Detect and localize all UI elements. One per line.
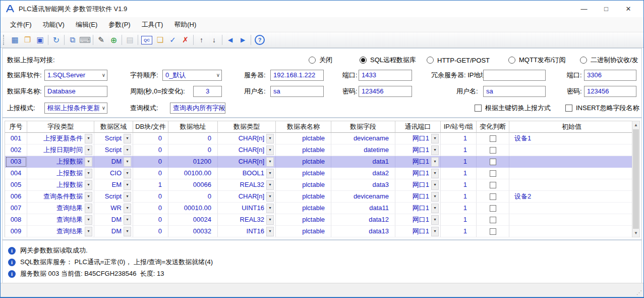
redundant-password-input[interactable]: 123456	[584, 86, 636, 97]
init-value-cell[interactable]	[509, 168, 634, 179]
radio-close[interactable]: 关闭	[309, 55, 332, 66]
radio-http-get-post[interactable]: HTTP-GET/POST	[427, 55, 490, 66]
dropdown-arrow-icon[interactable]	[266, 145, 274, 155]
init-value-cell[interactable]	[509, 156, 634, 168]
plc-offline-icon[interactable]: ▤	[124, 34, 136, 46]
seq-cell[interactable]: 001	[5, 133, 27, 144]
menu-tools[interactable]: 工具(T)	[136, 18, 169, 32]
dropdown-arrow-icon[interactable]	[85, 215, 92, 225]
data-field-cell[interactable]: data12	[331, 214, 395, 226]
data-address-cell[interactable]: 0	[168, 191, 218, 203]
change-checkbox[interactable]	[490, 205, 496, 212]
data-field-cell[interactable]: data13	[331, 226, 395, 237]
init-value-cell[interactable]	[509, 226, 634, 237]
scrollbar-thumb[interactable]	[633, 129, 639, 229]
maximize-button[interactable]: □	[595, 2, 617, 16]
data-address-cell[interactable]: 00066	[168, 179, 218, 191]
change-checkbox[interactable]	[490, 182, 496, 188]
data-type-cell[interactable]: REAL32	[218, 214, 276, 226]
data-type-cell[interactable]: INT16	[218, 226, 276, 237]
dropdown-arrow-icon[interactable]	[431, 215, 439, 225]
field-type-cell[interactable]: 查询结果	[27, 226, 94, 237]
data-type-cell[interactable]: CHAR[n]	[218, 156, 276, 168]
dropdown-arrow-icon[interactable]	[85, 227, 92, 236]
db-name-input[interactable]: Database	[44, 86, 107, 97]
redundant-port-input[interactable]: 3306	[584, 70, 636, 81]
field-type-cell[interactable]: 查询结果	[27, 203, 94, 214]
network-globe-icon[interactable]: ⊕	[107, 34, 120, 46]
change-judge-cell[interactable]	[477, 144, 509, 156]
db-block-cell[interactable]: 0	[133, 226, 168, 237]
table-name-cell[interactable]: plctable	[276, 226, 331, 237]
menu-params[interactable]: 参数(P)	[103, 18, 136, 32]
field-type-cell[interactable]: 上报日期时间	[27, 144, 94, 156]
dropdown-arrow-icon[interactable]	[431, 169, 439, 178]
station-cell[interactable]: 1	[441, 191, 477, 203]
table-name-cell[interactable]: plctable	[276, 179, 331, 191]
data-field-cell[interactable]: data1	[331, 156, 395, 168]
resize-grip[interactable]	[636, 289, 642, 296]
data-field-cell[interactable]: devicename	[331, 191, 395, 203]
table-name-cell[interactable]: plctable	[276, 133, 331, 144]
db-software-select[interactable]: 1.SQLServer	[44, 70, 107, 81]
change-checkbox[interactable]	[490, 217, 496, 223]
init-value-cell[interactable]	[509, 203, 634, 214]
data-address-cell[interactable]: 00032	[168, 226, 218, 237]
radio-binary-protocol[interactable]: 二进制协议收/发	[580, 55, 638, 66]
dropdown-arrow-icon[interactable]	[266, 157, 274, 167]
seq-cell[interactable]: 002	[5, 144, 27, 156]
data-address-cell[interactable]: 00010.00	[168, 203, 218, 214]
dropdown-arrow-icon[interactable]	[266, 204, 274, 213]
change-checkbox[interactable]	[490, 193, 496, 200]
query-mode-select[interactable]: 查询表内所有字段	[170, 103, 225, 114]
apply-check-icon[interactable]: ✓	[166, 34, 179, 46]
dropdown-arrow-icon[interactable]	[124, 169, 131, 178]
seq-cell[interactable]: 009	[5, 226, 27, 237]
dropdown-arrow-icon[interactable]	[124, 145, 131, 155]
init-value-cell[interactable]: 设备1	[509, 133, 634, 144]
change-checkbox[interactable]	[490, 170, 496, 177]
db-block-cell[interactable]: 0	[133, 203, 168, 214]
dropdown-arrow-icon[interactable]	[266, 192, 274, 202]
seq-cell[interactable]: 008	[5, 214, 27, 226]
dropdown-arrow-icon[interactable]	[266, 227, 274, 236]
dropdown-arrow-icon[interactable]	[431, 134, 439, 143]
comm-port-cell[interactable]: 网口1	[395, 133, 441, 144]
dropdown-arrow-icon[interactable]	[266, 180, 274, 190]
data-address-cell[interactable]: 0	[168, 133, 218, 144]
change-judge-cell[interactable]	[477, 133, 509, 144]
dropdown-arrow-icon[interactable]	[266, 215, 274, 225]
data-area-cell[interactable]: Script	[94, 144, 133, 156]
data-type-cell[interactable]: CHAR[n]	[218, 133, 276, 144]
dropdown-arrow-icon[interactable]	[431, 192, 439, 202]
data-type-cell[interactable]: UINT16	[218, 203, 276, 214]
field-type-cell[interactable]: 查询结果	[27, 214, 94, 226]
table-name-cell[interactable]: plctable	[276, 214, 331, 226]
init-value-cell[interactable]: 设备2	[509, 191, 634, 203]
data-type-cell[interactable]: CHAR[n]	[218, 144, 276, 156]
change-judge-cell[interactable]	[477, 191, 509, 203]
data-address-cell[interactable]: 00024	[168, 214, 218, 226]
dropdown-arrow-icon[interactable]	[124, 204, 131, 213]
menu-edit[interactable]: 编辑(E)	[70, 18, 103, 32]
change-judge-cell[interactable]	[477, 179, 509, 191]
data-area-cell[interactable]: WR	[94, 203, 133, 214]
redundant-username-input[interactable]: sa	[483, 86, 546, 97]
seq-cell[interactable]: 006	[5, 191, 27, 203]
db-block-cell[interactable]: 1	[133, 179, 168, 191]
data-type-cell[interactable]: REAL32	[218, 179, 276, 191]
comm-port-cell[interactable]: 网口1	[395, 214, 441, 226]
station-cell[interactable]: 1	[441, 203, 477, 214]
station-cell[interactable]: 1	[441, 144, 477, 156]
table-name-cell[interactable]: plctable	[276, 156, 331, 168]
menu-help[interactable]: 帮助(H)	[168, 18, 202, 32]
close-button[interactable]: ✕	[617, 2, 639, 16]
dropdown-arrow-icon[interactable]	[124, 180, 131, 190]
period-input[interactable]: 3	[193, 86, 222, 97]
change-judge-cell[interactable]	[477, 168, 509, 179]
change-judge-cell[interactable]	[477, 214, 509, 226]
change-judge-cell[interactable]	[477, 156, 509, 168]
station-cell[interactable]: 1	[441, 214, 477, 226]
redundant-ip-input[interactable]	[483, 70, 546, 81]
delete-x-icon[interactable]: ✗	[179, 34, 192, 46]
